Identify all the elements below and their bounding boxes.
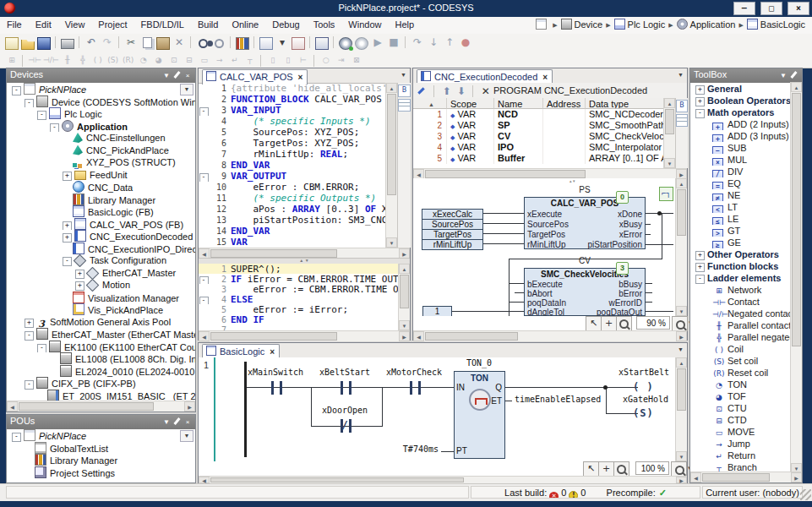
tree-item[interactable]: -Device (CODESYS SoftMotion Win V3) [7, 95, 195, 108]
pt-value-label[interactable]: T#740ms [398, 444, 439, 454]
fold-toggle-icon[interactable]: - [199, 276, 209, 284]
insert-ctu-button[interactable]: ⊡ [167, 54, 181, 66]
redo-button[interactable]: ↷ [100, 35, 115, 51]
set-coil-label[interactable]: xGateHold [613, 395, 675, 404]
coil-symbol[interactable]: ( ) [633, 380, 654, 394]
fbd-output-pin[interactable]: bError [619, 289, 642, 298]
negated-contact-label[interactable]: xDoorOpen [315, 406, 374, 415]
toolbox-dropdown-icon[interactable]: ▼ [778, 72, 788, 79]
library-manager-button[interactable] [235, 35, 250, 51]
table-row[interactable]: 3◆VARCVSMC_CheckVelocities [413, 131, 663, 142]
tree-item[interactable]: +CALC_VAR_POS (FB) [7, 218, 195, 231]
toolbox-section-otheroperators[interactable]: +Other Operators [690, 248, 802, 260]
sort-declaration-icon[interactable]: B [398, 84, 411, 97]
devices-close-icon[interactable]: × [183, 72, 193, 79]
toolbox-section-functionblocks[interactable]: +Function blocks [690, 260, 802, 272]
table-row[interactable]: 1◆VARNCDSMC_NCDecoder [413, 109, 663, 120]
toolbox-item[interactable]: ≠NE [690, 189, 802, 201]
contact-label[interactable]: xMotorCheck [384, 368, 444, 377]
insert-network-button[interactable]: ⊞ [5, 54, 19, 66]
pous-pin-icon[interactable] [173, 417, 180, 425]
fbd-hscrollbar[interactable]: ◀▶ [413, 330, 687, 341]
toolbox-hscrollbar[interactable]: ◀▶ [690, 472, 802, 482]
code-line[interactable]: 7 [199, 324, 398, 330]
devices-hscrollbar[interactable]: ◀▶ [7, 401, 195, 412]
expand-toggle-icon[interactable]: - [12, 86, 21, 95]
expand-toggle-icon[interactable]: - [12, 433, 21, 442]
tree-item[interactable]: BasicLogic (FB) [7, 205, 195, 218]
build-dropdown-button[interactable]: ▾ [275, 35, 290, 51]
resize-grip[interactable] [800, 489, 811, 500]
toolbox-item[interactable]: →Jump [690, 438, 802, 450]
expand-toggle-icon[interactable]: - [695, 275, 705, 284]
variable-table[interactable]: ▲ScopeNameAddressData type1◆VARNCDSMC_NC… [413, 98, 663, 168]
toolbox-item[interactable]: ↵Return [690, 450, 802, 461]
toolbox-section-mathoperators[interactable]: -Math operators [690, 106, 802, 118]
expand-toggle-icon[interactable]: - [695, 109, 705, 118]
insert-box-with-en-button[interactable]: ▯ [281, 54, 295, 66]
code-line[interactable]: -2IF iError = CBM.ERROR.TIME_OUT THEN [199, 274, 398, 284]
code-line[interactable]: -9VAR_OUTPUT [199, 171, 385, 182]
expand-toggle-icon[interactable]: - [25, 99, 34, 108]
expand-toggle-icon[interactable]: + [695, 251, 705, 260]
code-line[interactable]: 14END_VAR [199, 226, 385, 237]
ladder-zoom-level[interactable]: 100 % [635, 461, 669, 475]
delete-button[interactable]: ✕ [172, 35, 187, 51]
code-line[interactable]: 1SUPER^(); [199, 264, 398, 274]
negate-button[interactable]: ○ [319, 54, 333, 66]
toolbox-item[interactable]: −SUB [690, 142, 802, 154]
menu-item-build[interactable]: Build [191, 17, 225, 34]
fbd-input-pin[interactable]: xExecute [527, 210, 562, 220]
find-next-button[interactable] [211, 35, 226, 51]
tree-item[interactable]: Library Manager [7, 194, 195, 206]
toolbox-item[interactable]: ╬Parallel negated contact [690, 331, 802, 343]
set-coil-symbol[interactable]: (S) [633, 406, 654, 420]
step-into-button[interactable]: ↓ [426, 35, 441, 51]
toolbox-item[interactable]: ⊣/⊢Negated contact [690, 308, 802, 319]
timer-instance-label[interactable]: TON_0 [452, 358, 506, 368]
expand-toggle-icon[interactable]: + [25, 319, 34, 328]
toolbox-pin-icon[interactable] [790, 71, 797, 79]
toolbox-item[interactable]: =EQ [690, 177, 802, 189]
tree-item[interactable]: EL1008 (EL1008 8Ch. Dig. Input 24 [7, 352, 195, 365]
set-reset-button[interactable]: ⊠ [350, 54, 363, 66]
menu-item-file[interactable]: File [0, 17, 29, 34]
menu-item-window[interactable]: Window [341, 17, 388, 34]
fbd-output-pin[interactable]: piStartPosition [588, 240, 642, 250]
insert-ctd-button[interactable]: ⊟ [183, 54, 196, 66]
zoom-select-button[interactable] [671, 461, 687, 477]
fbd-canvas[interactable]: xExecCalcSourcePosTargetPosrMinLiftUp1PS… [413, 178, 675, 316]
copy-button[interactable] [139, 35, 155, 51]
expand-toggle-icon[interactable]: + [695, 85, 705, 95]
pan-tool-button[interactable]: + [601, 316, 617, 331]
fbd-input-box[interactable]: rMinLiftUp [422, 239, 483, 250]
menu-item-online[interactable]: Online [225, 17, 265, 34]
fbd-output-pin[interactable]: bBusy [619, 280, 642, 289]
fbd-zoom-level[interactable]: 90 % [636, 316, 670, 330]
fbd-input-pin[interactable]: rMinLiftUp [527, 240, 566, 250]
toolbox-item[interactable]: (S)Set coil [690, 355, 802, 367]
tree-item[interactable]: -Task Configuration [7, 254, 195, 267]
fold-toggle-icon[interactable]: - [199, 107, 209, 116]
breadcrumb-item-application[interactable]: Application [690, 19, 736, 30]
toolbox-item[interactable]: ⊣⊢Contact [690, 296, 802, 308]
toolbox-item[interactable]: ⊟CTD [690, 414, 802, 426]
tree-item[interactable]: XYZ_POS (STRUCT) [7, 156, 195, 169]
toolbox-item[interactable]: ▭MOVE [690, 426, 802, 438]
code-line[interactable]: 7 rMinLiftUp: REAL; [199, 149, 385, 160]
code-line[interactable]: 8END_VAR [199, 160, 385, 171]
new-project-button[interactable] [4, 35, 19, 51]
toolbox-item[interactable]: >GT [690, 225, 802, 237]
insert-return-button[interactable]: ↵ [228, 54, 242, 66]
login-button[interactable] [338, 35, 353, 51]
tab-close-icon[interactable]: × [298, 73, 303, 82]
tree-item[interactable]: -CIFX_PB (CIFX-PB) [7, 377, 195, 390]
toolbox-item[interactable]: +ADD (3 Inputs) [690, 130, 802, 142]
tree-item[interactable]: +Motion [7, 279, 195, 292]
tab-close-icon[interactable]: × [270, 347, 275, 357]
tree-item[interactable]: +3SoftMotion General Axis Pool [7, 316, 195, 329]
toolbox-section-booleanoperators[interactable]: +Boolean Operators [690, 95, 802, 106]
zoom-select-button[interactable] [672, 316, 688, 331]
tree-dropdown-icon[interactable]: ▼ [180, 430, 193, 442]
pous-dropdown-icon[interactable]: ▼ [161, 418, 172, 426]
